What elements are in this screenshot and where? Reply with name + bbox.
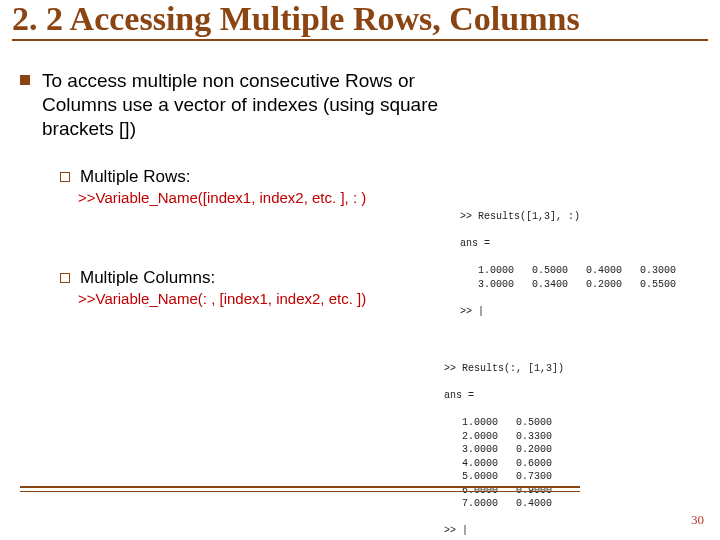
hollow-square-icon xyxy=(60,273,70,283)
intro-text: To access multiple non consecutive Rows … xyxy=(42,69,450,140)
sub2-cmd: >>Variable_Name(: , [index1, index2, etc… xyxy=(78,290,450,307)
sub2-label: Multiple Columns: xyxy=(80,268,215,288)
slide-title: 2. 2 Accessing Multiple Rows, Columns xyxy=(12,0,708,41)
sub1-cmd: >>Variable_Name([index1, index2, etc. ],… xyxy=(78,189,450,206)
page-number: 30 xyxy=(691,512,704,528)
sub-bullet-1: Multiple Rows: >>Variable_Name([index1, … xyxy=(60,167,450,206)
sub-bullet-2: Multiple Columns: >>Variable_Name(: , [i… xyxy=(60,268,450,307)
footer-line-thick xyxy=(20,486,580,488)
matlab-output-2: >> Results(:, [1,3]) ans = 1.0000 0.5000… xyxy=(444,362,564,538)
square-bullet-icon xyxy=(20,75,30,85)
intro-bullet: To access multiple non consecutive Rows … xyxy=(20,69,450,140)
matlab-output-1: >> Results([1,3], :) ans = 1.0000 0.5000… xyxy=(460,210,676,318)
sub1-label: Multiple Rows: xyxy=(80,167,191,187)
footer-line-thin xyxy=(20,491,580,492)
body: To access multiple non consecutive Rows … xyxy=(20,69,450,306)
hollow-square-icon xyxy=(60,172,70,182)
slide: 2. 2 Accessing Multiple Rows, Columns To… xyxy=(0,0,720,540)
